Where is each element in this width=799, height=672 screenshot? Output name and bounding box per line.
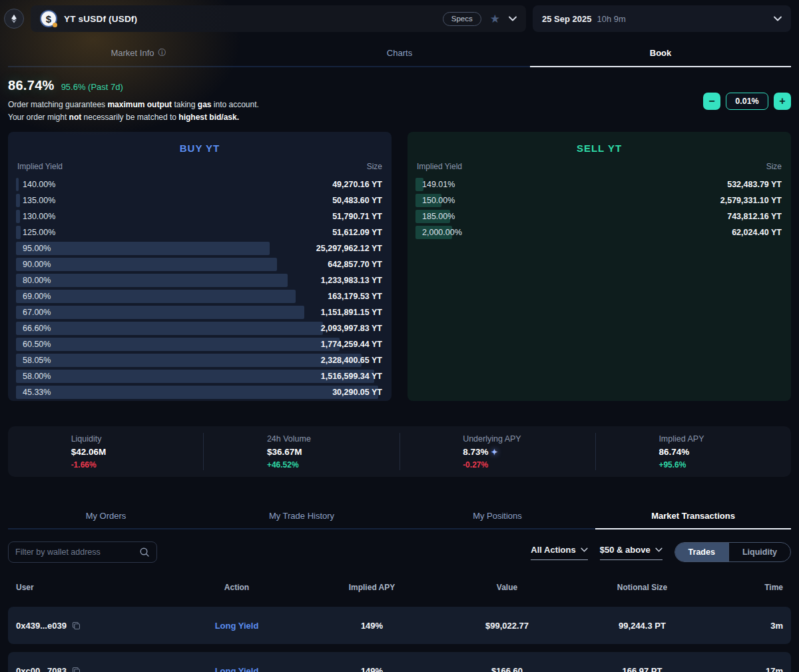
order-implied-yield: 45.33% [17,388,51,397]
order-book-row[interactable]: 150.00% 2,579,331.10 YT [415,192,783,208]
order-size: 2,579,331.10 YT [720,196,782,205]
toggle-liquidity[interactable]: Liquidity [728,543,790,561]
market-header[interactable]: $ YT sUSDf (USDf) Specs ★ [31,5,526,32]
order-book-row[interactable]: 125.00% 51,612.09 YT [16,224,384,240]
tab-market-info[interactable]: Market Info ⓘ [8,41,269,67]
wallet-filter-input[interactable] [15,547,139,557]
order-book-row[interactable]: 58.05% 2,328,400.65 YT [16,352,384,368]
sell-yt-panel: SELL YT Implied Yield Size 149.01% 532,4… [407,132,791,401]
column-header-user: User [16,583,169,592]
token-badge-dot [53,23,57,27]
stat-liquidity: Liquidity $42.06M -1.66% [8,433,203,470]
order-implied-yield: 140.00% [17,180,55,189]
info-icon[interactable]: ⓘ [158,47,166,59]
trades-liquidity-toggle: Trades Liquidity [674,542,791,562]
column-header-implied-apy: Implied APY [304,583,439,592]
tab-book[interactable]: Book [530,41,791,67]
order-book-row[interactable]: 45.33% 30,290.05 YT [16,384,384,400]
order-implied-yield: 130.00% [17,212,55,221]
depth-bar [16,322,323,335]
copy-icon [72,621,81,630]
chevron-down-icon[interactable] [509,16,517,21]
stat-label: Implied APY [659,434,728,444]
stat-change: +46.52% [267,460,336,470]
tab-label: Market Transactions [651,511,735,521]
order-book-row[interactable]: 58.00% 1,516,599.34 YT [16,368,384,384]
order-size: 62,024.40 YT [732,228,782,237]
topbar: $ YT sUSDf (USDf) Specs ★ 25 Sep 2025 10… [0,0,799,35]
order-book-row[interactable]: 185.00% 743,812.16 YT [415,208,783,224]
toggle-trades[interactable]: Trades [675,543,728,561]
tab-market-transactions[interactable]: Market Transactions [595,505,791,529]
order-implied-yield: 135.00% [17,196,55,205]
maturity-selector[interactable]: 25 Sep 2025 10h 9m [533,5,791,32]
transaction-row[interactable]: 0xc00...7083 Long Yield 149% $166.60 166… [8,652,791,672]
order-book-row[interactable]: 149.01% 532,483.79 YT [415,176,783,192]
depth-bar [16,242,270,255]
order-book-row[interactable]: 80.00% 1,233,983.13 YT [16,272,384,288]
transaction-user: 0xc00...7083 [16,666,169,672]
order-book: BUY YT Implied Yield Size 140.00% 49,270… [0,128,799,401]
specs-button[interactable]: Specs [443,12,481,26]
network-selector-button[interactable] [4,9,24,29]
order-book-row[interactable]: 67.00% 1,151,891.15 YT [16,304,384,320]
increment-button[interactable]: + [774,93,791,110]
transaction-action: Long Yield [169,621,304,631]
tick-size-value[interactable]: 0.01% [726,93,768,110]
order-book-row[interactable]: 66.60% 2,093,997.83 YT [16,320,384,336]
sparkle-icon: ✦ [491,448,497,457]
filter-controls: All Actions $50 & above Trades Liquidity [531,542,791,562]
transaction-apy: 149% [304,666,439,672]
note-line: Your order might not necessarily be matc… [8,111,259,124]
copy-address-button[interactable] [72,621,81,630]
value-filter-dropdown[interactable]: $50 & above [600,545,663,560]
chevron-down-icon [774,16,782,21]
transaction-apy: 149% [304,621,439,631]
stat-underlying-apy: Underlying APY 8.73%✦ -0.27% [400,433,595,470]
tab-label: My Trade History [269,511,334,521]
wallet-filter-box [8,541,157,563]
tab-my-trade-history[interactable]: My Trade History [204,505,400,529]
action-filter-dropdown[interactable]: All Actions [531,545,587,560]
tab-charts[interactable]: Charts [269,41,530,67]
order-size: 642,857.70 YT [328,260,382,269]
order-implied-yield: 90.00% [17,260,51,269]
tab-my-positions[interactable]: My Positions [400,505,595,529]
favorite-star-icon[interactable]: ★ [490,13,500,25]
order-implied-yield: 2,000.00% [417,228,462,237]
order-book-row[interactable]: 90.00% 642,857.70 YT [16,256,384,272]
order-book-row[interactable]: 95.00% 25,297,962.12 YT [16,240,384,256]
order-size: 30,290.05 YT [332,388,382,397]
past-7d-value: 95.6% (Past 7d) [61,82,123,92]
tab-my-orders[interactable]: My Orders [8,505,204,529]
copy-icon [72,667,81,672]
stat-value: $42.06M [71,447,140,457]
order-size: 49,270.16 YT [332,180,382,189]
tab-label: Book [650,48,672,58]
order-book-row[interactable]: 2,000.00% 62,024.40 YT [415,224,783,240]
decrement-button[interactable]: − [703,93,720,110]
order-book-row[interactable]: 140.00% 49,270.16 YT [16,176,384,192]
tab-label: My Positions [473,511,522,521]
order-implied-yield: 58.00% [17,372,51,381]
stat-label: 24h Volume [267,434,336,444]
copy-address-button[interactable] [72,667,81,672]
wallet-address: 0xc00...7083 [16,666,67,672]
order-implied-yield: 60.50% [17,340,51,349]
token-icon: $ [40,10,57,27]
order-size: 1,151,891.15 YT [321,308,382,317]
transaction-row[interactable]: 0x439...e039 Long Yield 149% $99,022.77 … [8,607,791,644]
maturity-date: 25 Sep 2025 [542,14,591,24]
order-size: 1,233,983.13 YT [321,276,382,285]
order-implied-yield: 150.00% [417,196,455,205]
sell-panel-header: Implied Yield Size [415,162,783,176]
search-icon [139,547,150,557]
order-book-row[interactable]: 69.00% 163,179.53 YT [16,288,384,304]
maturity-remaining: 10h 9m [597,14,625,24]
order-book-row[interactable]: 135.00% 50,483.60 YT [16,192,384,208]
depth-bar [16,290,296,303]
size-column-label: Size [766,162,782,171]
order-size: 2,328,400.65 YT [321,356,382,365]
order-book-row[interactable]: 60.50% 1,774,259.44 YT [16,336,384,352]
order-book-row[interactable]: 130.00% 51,790.71 YT [16,208,384,224]
